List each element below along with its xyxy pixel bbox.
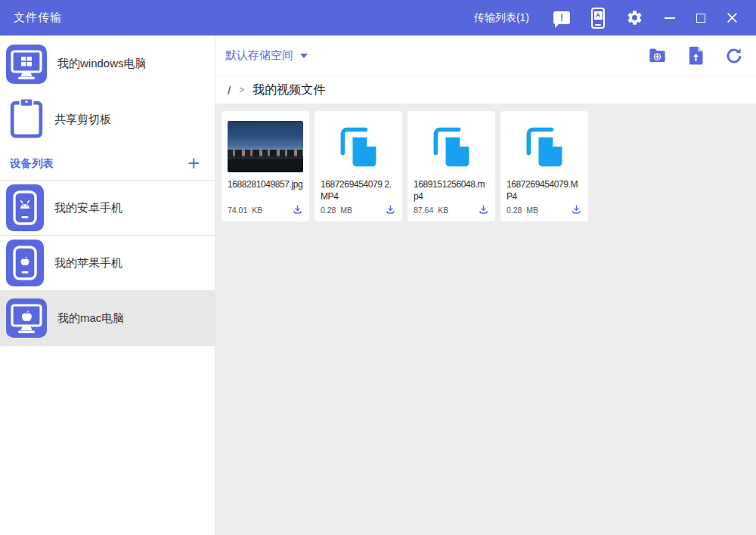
app-title: 文件传输: [14, 11, 62, 25]
file-size: 0.28 MB: [321, 206, 352, 215]
sidebar-item-shared-clipboard[interactable]: 共享剪切板: [0, 92, 215, 147]
upload-file-icon: [686, 45, 705, 66]
feedback-button[interactable]: !: [553, 11, 570, 24]
file-grid: 1688281049857.jpg 74.01 KB: [222, 111, 750, 221]
phone-connect-button[interactable]: A: [591, 8, 605, 29]
file-name: 1687269454079.MP4: [507, 179, 582, 203]
upload-file-button[interactable]: [685, 45, 706, 66]
file-name: 1689151256048.mp4: [414, 179, 489, 203]
dropdown-caret-icon: [300, 54, 308, 58]
breadcrumb-root[interactable]: /: [228, 84, 231, 97]
phone-connect-icon: A: [591, 8, 605, 29]
video-file-icon: [336, 123, 381, 170]
file-card[interactable]: 1688281049857.jpg 74.01 KB: [222, 111, 309, 221]
feedback-message-icon: !: [553, 11, 570, 24]
file-card[interactable]: 1687269454079.MP4 0.28 MB: [500, 111, 588, 221]
download-icon: [385, 204, 396, 215]
apple-phone-icon: [6, 240, 44, 286]
refresh-button[interactable]: [723, 45, 745, 66]
download-icon: [478, 204, 489, 215]
clipboard-icon: [9, 97, 44, 142]
breadcrumb: / > 我的视频文件: [215, 76, 756, 104]
device-list-header: 设备列表 +: [0, 147, 215, 180]
mac-computer-icon: [6, 298, 47, 338]
image-thumbnail: [228, 121, 303, 172]
sidebar: 我的windows电脑 共享剪切板 设备列表 +: [0, 36, 215, 535]
storage-space-dropdown[interactable]: 默认存储空间: [225, 48, 308, 63]
settings-gear-icon: [626, 9, 643, 26]
sidebar-item-label: 我的安卓手机: [54, 201, 122, 215]
download-file-button[interactable]: [478, 204, 489, 215]
thumbnail-skyline: [228, 150, 303, 157]
video-file-icon: [429, 123, 474, 170]
refresh-icon: [724, 46, 744, 66]
download-file-button[interactable]: [571, 204, 582, 215]
sidebar-item-my-computer[interactable]: 我的windows电脑: [0, 36, 215, 92]
breadcrumb-separator: >: [239, 85, 244, 95]
maximize-button[interactable]: [696, 14, 705, 23]
main-panel: 默认存储空间: [215, 36, 756, 535]
minimize-button[interactable]: [665, 17, 675, 19]
sidebar-item-label: 我的windows电脑: [57, 57, 147, 71]
add-device-button[interactable]: +: [187, 155, 200, 172]
new-folder-icon: [647, 45, 668, 66]
video-file-icon: [522, 123, 567, 170]
windows-computer-icon: [6, 45, 47, 84]
download-file-button[interactable]: [292, 204, 303, 215]
storage-space-label: 默认存储空间: [225, 48, 293, 63]
toolbar-actions: [646, 45, 745, 66]
transfer-list-button[interactable]: 传输列表(1): [474, 11, 529, 25]
file-name: 1687269454079 2.MP4: [321, 179, 396, 203]
close-button[interactable]: [727, 12, 738, 23]
download-icon: [571, 204, 582, 215]
android-phone-icon: [6, 184, 44, 231]
file-size: 74.01 KB: [228, 206, 262, 215]
minimize-icon: [665, 17, 675, 19]
sidebar-item-mac-computer[interactable]: 我的mac电脑: [0, 291, 215, 346]
sidebar-item-android-phone[interactable]: 我的安卓手机: [0, 181, 215, 236]
file-browser-area: 1688281049857.jpg 74.01 KB: [215, 104, 756, 535]
sidebar-item-apple-phone[interactable]: 我的苹果手机: [0, 236, 215, 291]
new-folder-button[interactable]: [646, 45, 668, 66]
app-window: 文件传输 传输列表(1) ! A: [0, 0, 756, 535]
settings-button[interactable]: [626, 9, 643, 26]
breadcrumb-current-folder: 我的视频文件: [253, 82, 325, 98]
device-list-title: 设备列表: [10, 156, 54, 171]
file-size: 0.28 MB: [507, 206, 538, 215]
titlebar-actions: 传输列表(1) ! A: [474, 8, 738, 29]
maximize-icon: [696, 14, 705, 23]
file-size: 87.64 KB: [414, 206, 448, 215]
sidebar-item-label: 我的苹果手机: [54, 256, 122, 271]
download-file-button[interactable]: [385, 204, 396, 215]
download-icon: [292, 204, 303, 215]
sidebar-item-label: 我的mac电脑: [57, 311, 124, 326]
title-bar: 文件传输 传输列表(1) ! A: [0, 0, 756, 36]
storage-toolbar: 默认存储空间: [215, 36, 756, 76]
file-name: 1688281049857.jpg: [228, 179, 303, 191]
file-card[interactable]: 1689151256048.mp4 87.64 KB: [407, 111, 495, 221]
sidebar-item-label: 共享剪切板: [54, 113, 111, 127]
close-icon: [727, 12, 738, 23]
file-card[interactable]: 1687269454079 2.MP4 0.28 MB: [314, 111, 402, 221]
